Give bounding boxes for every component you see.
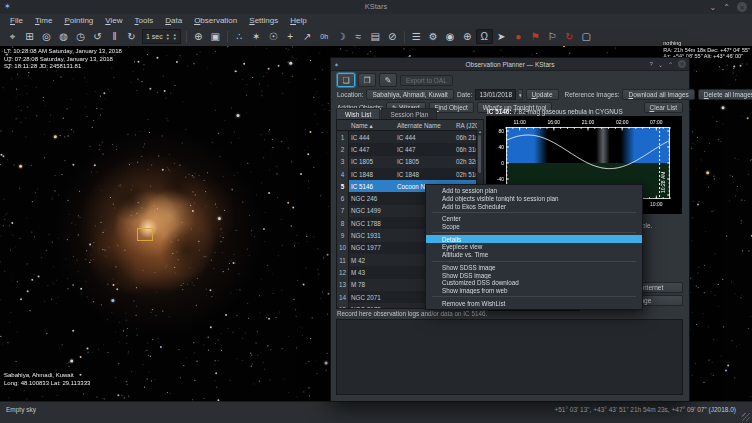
table-header[interactable]: Name ▴Alternate NameRA (J20 bbox=[337, 120, 483, 131]
scrollbar-thumb[interactable] bbox=[478, 135, 481, 173]
cell-name[interactable]: M 78 bbox=[349, 281, 395, 288]
resize-grip[interactable] bbox=[742, 413, 750, 421]
cell-alternate-name[interactable]: IC 447 bbox=[395, 146, 454, 153]
context-item-add-objects-visible-tonight-to-session-plan[interactable]: Add objects visible tonight to session p… bbox=[426, 195, 642, 203]
fov-icon[interactable]: ▢ bbox=[578, 29, 595, 44]
context-item-altitude-vs-time[interactable]: Altitude vs. Time bbox=[426, 251, 642, 259]
whats-interesting-icon[interactable]: ◉ bbox=[442, 29, 459, 44]
menu-file[interactable]: File bbox=[4, 15, 29, 26]
delete-all-images-button[interactable]: Delete all Images bbox=[698, 89, 752, 100]
cell-ra[interactable]: 02h 51m bbox=[454, 171, 477, 178]
cell-name[interactable]: NGC 2175 bbox=[349, 306, 395, 309]
save-list-as-button[interactable]: ✎ bbox=[379, 73, 397, 87]
open-list-button[interactable]: ❏ bbox=[337, 73, 355, 87]
hour-markers-icon[interactable]: 0h bbox=[316, 29, 333, 44]
cell-alternate-name[interactable]: IC 444 bbox=[395, 134, 454, 141]
context-item-show-images-from-web[interactable]: Show images from web bbox=[426, 287, 642, 295]
menu-tools[interactable]: Tools bbox=[129, 15, 160, 26]
dialog-close-icon[interactable]: ✕ bbox=[678, 60, 686, 68]
location-button[interactable]: Sabahiya, Ahmadi, Kuwait bbox=[366, 89, 454, 100]
planets-toggle-icon[interactable]: ☉ bbox=[265, 29, 282, 44]
device-list-icon[interactable]: ☰ bbox=[408, 29, 425, 44]
menu-help[interactable]: Help bbox=[284, 15, 312, 26]
context-item-scope[interactable]: Scope bbox=[426, 223, 642, 231]
menu-view[interactable]: View bbox=[99, 15, 128, 26]
spin-arrows-icon[interactable]: ▲▼ bbox=[173, 33, 177, 41]
moon-phase-icon[interactable]: ☽ bbox=[333, 29, 350, 44]
column-header-ra[interactable]: RA (J20 bbox=[454, 122, 477, 129]
constellation-lines-icon[interactable]: + bbox=[282, 29, 299, 44]
table-row-ic-1805[interactable]: 3IC 1805IC 180502h 32m bbox=[337, 156, 483, 168]
lock-position-icon[interactable]: Ω bbox=[476, 29, 493, 44]
context-item-add-to-ekos-scheduler[interactable]: Add to Ekos Scheduler bbox=[426, 202, 642, 210]
update-button[interactable]: Update bbox=[526, 89, 559, 100]
find-object-icon[interactable]: ◎ bbox=[38, 29, 55, 44]
cell-alternate-name[interactable]: IC 1848 bbox=[395, 171, 454, 178]
set-time-icon[interactable]: ◷ bbox=[72, 29, 89, 44]
cell-name[interactable]: NGC 1788 bbox=[349, 220, 395, 227]
table-row-ic-447[interactable]: 2IC 447IC 44706h 31m bbox=[337, 143, 483, 155]
column-header-alternate[interactable]: Alternate Name bbox=[395, 122, 454, 129]
cell-name[interactable]: NGC 1931 bbox=[349, 232, 395, 239]
dome-icon[interactable]: ⊕ bbox=[190, 29, 207, 44]
cell-name[interactable]: NGC 1499 bbox=[349, 207, 395, 214]
time-step-spinbox[interactable]: 1 sec▲▼▲▼ bbox=[142, 29, 181, 44]
dialog-maximize-icon[interactable]: ⌃ bbox=[668, 61, 673, 68]
context-item-show-sdss-image[interactable]: Show SDSS image bbox=[426, 264, 642, 272]
context-item-eyepiece-view[interactable]: Eyepiece view bbox=[426, 243, 642, 251]
notes-textarea[interactable] bbox=[336, 319, 683, 395]
window-titlebar[interactable]: ✶ KStars ⌄ ⌃ ✕ bbox=[0, 0, 752, 15]
horizon-icon[interactable]: ⊘ bbox=[384, 29, 401, 44]
cell-name[interactable]: IC 447 bbox=[349, 146, 395, 153]
menu-settings[interactable]: Settings bbox=[243, 15, 284, 26]
time-step-value[interactable]: 1 sec bbox=[146, 33, 163, 40]
fits-viewer-icon[interactable]: ▣ bbox=[207, 29, 224, 44]
dialog-titlebar[interactable]: ✶ Observation Planner — KStars ? ⌄ ⌃ ✕ bbox=[331, 58, 689, 71]
time-step-forward-icon[interactable]: ↻ bbox=[123, 29, 140, 44]
date-input[interactable]: 13/01/2018 bbox=[475, 89, 516, 100]
control-panel-icon[interactable]: ⚙ bbox=[425, 29, 442, 44]
cell-name[interactable]: NGC 1977 bbox=[349, 244, 395, 251]
menu-observation[interactable]: Observation bbox=[188, 15, 243, 26]
slew-icon[interactable]: ➤ bbox=[493, 29, 510, 44]
context-item-customized-dss-download[interactable]: Customized DSS download bbox=[426, 279, 642, 287]
deep-sky-toggle-icon[interactable]: ✶ bbox=[248, 29, 265, 44]
context-item-details[interactable]: Details bbox=[426, 235, 642, 243]
cell-name[interactable]: IC 1848 bbox=[349, 171, 395, 178]
save-list-button[interactable]: ❐ bbox=[358, 73, 376, 87]
menu-pointing[interactable]: Pointing bbox=[58, 15, 99, 26]
cell-ra[interactable]: 06h 21m bbox=[454, 134, 477, 141]
cell-ra[interactable]: 02h 32m bbox=[454, 158, 477, 165]
redo-icon[interactable]: ↻ bbox=[561, 29, 578, 44]
close-icon[interactable]: ✕ bbox=[737, 2, 747, 12]
column-header-name[interactable]: Name ▴ bbox=[349, 122, 395, 129]
flag-icon[interactable]: ⚐ bbox=[544, 29, 561, 44]
dialog-minimize-icon[interactable]: ⌄ bbox=[658, 61, 663, 68]
stars-toggle-icon[interactable]: ∴ bbox=[231, 29, 248, 44]
cell-alternate-name[interactable]: IC 1805 bbox=[395, 158, 454, 165]
context-item-center[interactable]: Center bbox=[426, 215, 642, 223]
context-item-show-dss-image[interactable]: Show DSS image bbox=[426, 271, 642, 279]
context-item-add-to-session-plan[interactable]: Add to session plan bbox=[426, 187, 642, 195]
table-row-ic-1848[interactable]: 4IC 1848IC 184802h 51m bbox=[337, 168, 483, 180]
cell-ra[interactable]: 06h 31m bbox=[454, 146, 477, 153]
context-item-remove-from-wishlist[interactable]: Remove from WishList bbox=[426, 299, 642, 307]
coordinate-grid-icon[interactable]: ▤ bbox=[367, 29, 384, 44]
time-step-back-icon[interactable]: ↺ bbox=[89, 29, 106, 44]
table-row-ic-444[interactable]: 1IC 444IC 44406h 21m bbox=[337, 131, 483, 143]
zoom-window-icon[interactable]: ⊞ bbox=[21, 29, 38, 44]
spin-arrows-icon[interactable]: ▲▼ bbox=[166, 33, 170, 41]
cell-name[interactable]: M 42 bbox=[349, 257, 395, 264]
stop-clock-icon[interactable]: ‖ bbox=[106, 29, 123, 44]
cell-name[interactable]: IC 444 bbox=[349, 134, 395, 141]
cell-name[interactable]: IC 5146 bbox=[349, 183, 395, 190]
download-all-images-button[interactable]: Download all Images bbox=[622, 89, 694, 100]
milky-way-icon[interactable]: ≈ bbox=[350, 29, 367, 44]
menu-data[interactable]: Data bbox=[159, 15, 188, 26]
geo-location-icon[interactable]: ◍ bbox=[55, 29, 72, 44]
cell-name[interactable]: IC 1805 bbox=[349, 158, 395, 165]
dialog-help-icon[interactable]: ? bbox=[650, 61, 653, 67]
pan-icon[interactable]: ⌖ bbox=[4, 29, 21, 44]
maximize-icon[interactable]: ⌃ bbox=[723, 3, 730, 12]
record-icon[interactable]: ● bbox=[510, 29, 527, 44]
